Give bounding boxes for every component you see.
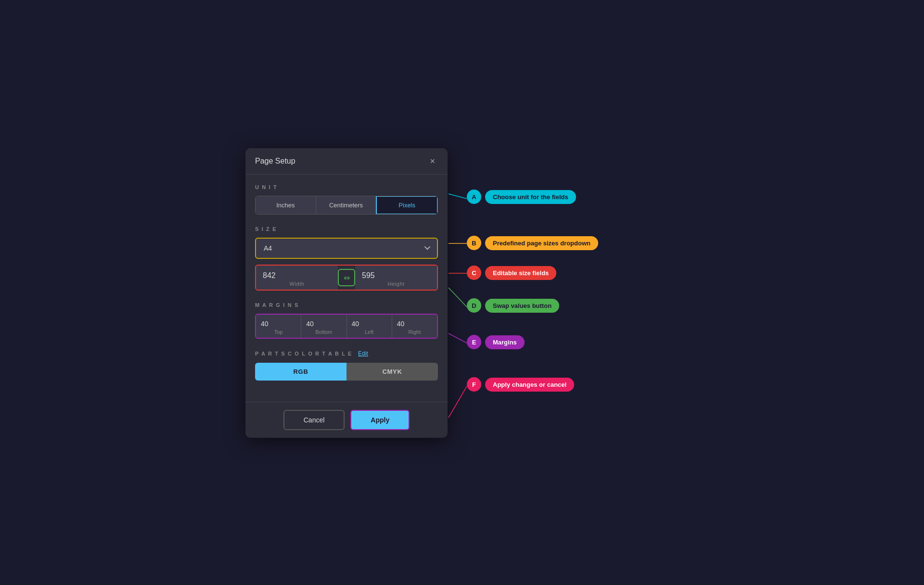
margin-top-field: Top <box>256 315 301 338</box>
unit-section-label: U N I T <box>255 184 438 190</box>
margin-top-input[interactable] <box>261 320 296 328</box>
cmyk-button[interactable]: CMYK <box>346 363 438 381</box>
swap-button[interactable]: ⇔ <box>338 269 355 286</box>
margins-section-label: M A R G I N S <box>255 302 438 308</box>
annotation-a: A Choose unit for the fields <box>467 190 576 204</box>
page-setup-dialog: Page Setup × U N I T Inches Centimeters … <box>245 148 448 438</box>
margin-top-label: Top <box>261 329 296 335</box>
height-input[interactable] <box>362 271 430 280</box>
size-dropdown[interactable]: A4 A3 Letter Custom <box>255 238 438 259</box>
unit-section: U N I T Inches Centimeters Pixels <box>255 184 438 215</box>
parts-color-label: P A R T S C O L O R T A B L E <box>255 351 352 356</box>
margin-right-label: Right <box>397 329 432 335</box>
margins-section: M A R G I N S Top Bottom Left <box>255 302 438 339</box>
annotation-e: E Margins <box>467 335 525 349</box>
svg-line-0 <box>449 194 467 199</box>
close-button[interactable]: × <box>427 156 438 166</box>
svg-line-5 <box>449 386 467 418</box>
margin-bottom-input[interactable] <box>306 320 341 328</box>
dialog-title: Page Setup <box>255 157 295 165</box>
margin-right-field: Right <box>392 315 437 338</box>
height-label: Height <box>362 281 430 287</box>
margin-left-field: Left <box>347 315 392 338</box>
apply-button[interactable]: Apply <box>350 410 410 430</box>
svg-line-3 <box>449 288 467 307</box>
annotation-b-badge: B <box>467 236 481 250</box>
dialog-body: U N I T Inches Centimeters Pixels S I Z … <box>245 175 448 402</box>
size-section-label: S I Z E <box>255 226 438 232</box>
margin-left-input[interactable] <box>352 320 387 328</box>
parts-color-section: P A R T S C O L O R T A B L E Edit RGB C… <box>255 350 438 381</box>
annotation-f-label: Apply changes or cancel <box>485 378 574 392</box>
annotation-b-label: Predefined page sizes dropdown <box>485 236 598 250</box>
cancel-button[interactable]: Cancel <box>283 410 345 430</box>
annotation-d: D Swap values button <box>467 298 559 313</box>
rgb-button[interactable]: RGB <box>255 363 346 381</box>
annotation-a-badge: A <box>467 190 481 204</box>
annotation-e-label: Margins <box>485 335 525 349</box>
margins-group: Top Bottom Left Right <box>255 314 438 339</box>
annotation-c-badge: C <box>467 266 481 280</box>
dialog-header: Page Setup × <box>245 148 448 175</box>
unit-centimeters-button[interactable]: Centimeters <box>316 196 377 214</box>
unit-pixels-button[interactable]: Pixels <box>376 196 438 215</box>
parts-color-header: P A R T S C O L O R T A B L E Edit <box>255 350 438 357</box>
annotation-d-badge: D <box>467 298 481 313</box>
annotation-b: B Predefined page sizes dropdown <box>467 236 598 250</box>
margin-bottom-field: Bottom <box>301 315 346 338</box>
margin-bottom-label: Bottom <box>306 329 341 335</box>
svg-line-4 <box>449 333 467 343</box>
unit-inches-button[interactable]: Inches <box>256 196 316 214</box>
annotation-c: C Editable size fields <box>467 266 556 280</box>
height-field: Height <box>355 266 437 290</box>
dialog-footer: Cancel Apply <box>245 402 448 438</box>
margin-right-input[interactable] <box>397 320 432 328</box>
width-input[interactable] <box>263 271 331 280</box>
annotation-f-badge: F <box>467 377 481 392</box>
annotation-d-label: Swap values button <box>485 299 559 313</box>
edit-link[interactable]: Edit <box>358 350 368 357</box>
size-fields-container: Width ⇔ Height <box>255 265 438 291</box>
unit-button-group: Inches Centimeters Pixels <box>255 196 438 215</box>
swap-container: ⇔ <box>338 266 355 290</box>
annotation-e-badge: E <box>467 335 481 349</box>
annotation-a-label: Choose unit for the fields <box>485 190 576 204</box>
width-field: Width <box>256 266 338 290</box>
width-label: Width <box>263 281 331 287</box>
margin-left-label: Left <box>352 329 387 335</box>
color-button-group: RGB CMYK <box>255 363 438 381</box>
size-section: S I Z E A4 A3 Letter Custom Width <box>255 226 438 291</box>
annotation-f: F Apply changes or cancel <box>467 377 574 392</box>
annotation-c-label: Editable size fields <box>485 266 556 280</box>
swap-icon: ⇔ <box>344 273 350 282</box>
